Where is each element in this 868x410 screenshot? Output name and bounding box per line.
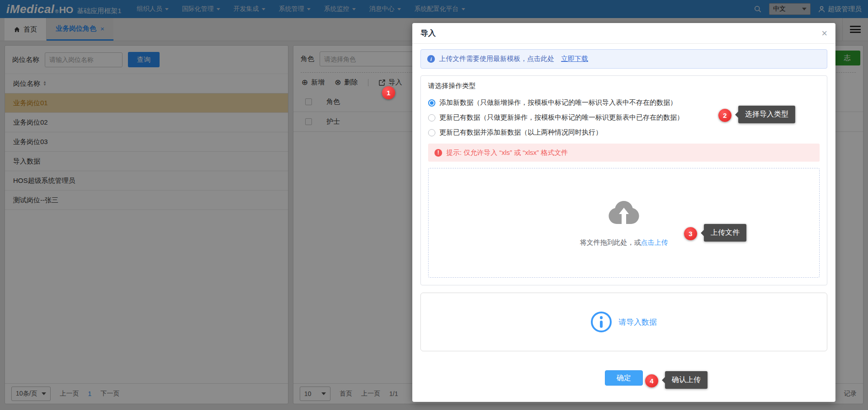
modal-body: i 上传文件需要使用最新模板，点击此处 立即下载 请选择操作类型 添加新数据（只… <box>412 44 835 386</box>
radio-icon[interactable] <box>428 99 435 107</box>
radio-icon[interactable] <box>428 114 435 121</box>
tooltip-select-import-type: 选择导入类型 <box>738 106 795 123</box>
import-modal: 导入 × i 上传文件需要使用最新模板，点击此处 立即下载 请选择操作类型 添加… <box>412 23 835 402</box>
import-prompt-text: 请导入数据 <box>618 317 657 327</box>
import-result-box: 请导入数据 <box>420 293 827 351</box>
click-upload-link[interactable]: 点击上传 <box>641 238 668 246</box>
radio-icon[interactable] <box>428 129 435 136</box>
modal-title: 导入 <box>420 28 436 38</box>
operation-type-title: 请选择操作类型 <box>428 82 820 90</box>
step-badge-2: 2 <box>718 109 731 122</box>
tooltip-upload-file: 上传文件 <box>704 224 746 242</box>
modal-header: 导入 × <box>412 23 835 44</box>
upload-dropzone[interactable]: 将文件拖到此处，或点击上传 <box>428 168 820 278</box>
radio-update-and-add[interactable]: 更新已有数据并添加新数据（以上两种情况同时执行） <box>428 125 820 140</box>
upload-text: 将文件拖到此处，或点击上传 <box>580 238 668 247</box>
tooltip-confirm-upload: 确认上传 <box>665 371 708 389</box>
modal-footer: 确定 <box>420 370 827 386</box>
page: iMedical®HO 基础应用框架1 组织人员 国际化管理 开发集成 系统管理… <box>0 0 868 410</box>
warning-icon: ! <box>434 149 442 157</box>
template-banner: i 上传文件需要使用最新模板，点击此处 立即下载 <box>420 49 827 69</box>
step-badge-3: 3 <box>684 227 697 240</box>
close-icon[interactable]: × <box>821 28 827 38</box>
confirm-button[interactable]: 确定 <box>605 370 643 386</box>
download-template-link[interactable]: 立即下载 <box>561 55 588 63</box>
step-badge-4: 4 <box>645 374 658 387</box>
info-icon: i <box>427 55 435 63</box>
upload-cloud-icon <box>607 199 641 226</box>
format-hint: ! 提示: 仅允许导入 “xls” 或 “xlsx” 格式文件 <box>428 144 820 162</box>
banner-text: 上传文件需要使用最新模板，点击此处 <box>439 55 554 63</box>
step-badge-1: 1 <box>382 86 395 99</box>
info-circle-icon <box>591 312 612 332</box>
